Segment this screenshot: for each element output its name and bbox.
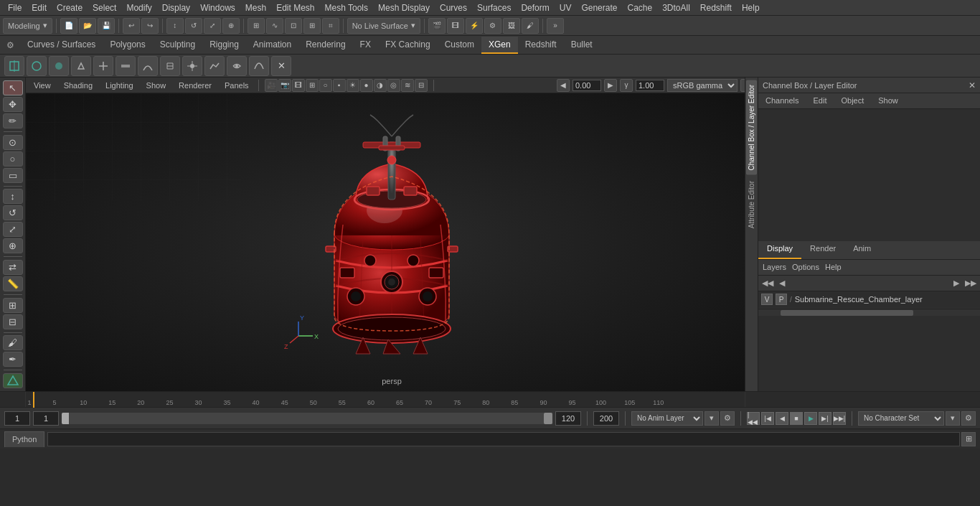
layer-p-btn[interactable]: P bbox=[776, 294, 787, 305]
menu-cache[interactable]: Cache bbox=[622, 1, 657, 14]
xgen-tool-7[interactable] bbox=[138, 56, 158, 76]
snap-grid-btn[interactable]: ⊞ bbox=[248, 18, 265, 34]
xgen-icon-btn[interactable] bbox=[3, 373, 23, 388]
vp-gamma-btn[interactable]: γ bbox=[620, 79, 633, 92]
vp-light-btn[interactable]: ☀ bbox=[347, 79, 359, 92]
xgen-tool-10[interactable] bbox=[204, 56, 225, 76]
frame-end-input[interactable] bbox=[555, 411, 581, 426]
transform-tool-btn[interactable]: ✥ bbox=[3, 97, 23, 112]
menu-generate[interactable]: Generate bbox=[576, 1, 622, 14]
xgen-tool-11[interactable] bbox=[227, 56, 247, 76]
menu-curves[interactable]: Curves bbox=[435, 1, 472, 14]
timeline-main[interactable]: 1 5 10 15 20 25 30 35 40 45 50 55 60 65 … bbox=[26, 392, 745, 407]
disp-tab-display[interactable]: Display bbox=[758, 241, 801, 259]
play-fwd-btn[interactable]: ▶ bbox=[804, 412, 817, 425]
vp-menu-show[interactable]: Show bbox=[143, 80, 170, 91]
scale-input[interactable] bbox=[636, 80, 664, 91]
menu-windows[interactable]: Windows bbox=[195, 1, 240, 14]
stop-btn[interactable]: ■ bbox=[790, 412, 803, 425]
tab-polygons[interactable]: Polygons bbox=[103, 37, 152, 54]
tab-bullet[interactable]: Bullet bbox=[564, 37, 600, 54]
menu-deform[interactable]: Deform bbox=[516, 1, 554, 14]
layers-header-help[interactable]: Help bbox=[825, 263, 842, 271]
color-space-dropdown[interactable]: sRGB gamma bbox=[667, 79, 738, 92]
timeline-playhead[interactable] bbox=[33, 392, 34, 408]
xgen-tool-12[interactable] bbox=[249, 56, 269, 76]
layers-prev-btn[interactable]: ◀◀ bbox=[761, 276, 774, 289]
workspace-dropdown[interactable]: Modeling ▾ bbox=[3, 18, 52, 34]
paint-tool-btn[interactable]: ✏ bbox=[3, 113, 23, 128]
tab-animation[interactable]: Animation bbox=[246, 37, 298, 54]
snap-view-btn[interactable]: ⊞ bbox=[303, 18, 321, 34]
vtab-attribute-editor[interactable]: Attribute Editor bbox=[746, 177, 757, 233]
menu-display[interactable]: Display bbox=[157, 1, 195, 14]
step-fwd-btn[interactable]: ▶| bbox=[819, 412, 831, 425]
soft-select-btn[interactable]: ⊙ bbox=[3, 135, 23, 150]
grid-vis-btn[interactable]: ⊟ bbox=[3, 314, 23, 329]
layers-header-options[interactable]: Options bbox=[792, 263, 819, 271]
vtab-channel-box[interactable]: Channel Box / Layer Editor bbox=[746, 80, 757, 175]
xgen-tool-1[interactable] bbox=[4, 56, 24, 76]
measure-btn[interactable]: 📏 bbox=[3, 276, 23, 291]
layer-v-btn[interactable]: V bbox=[761, 294, 773, 305]
live-surface-dropdown[interactable]: No Live Surface ▾ bbox=[347, 18, 420, 34]
layers-scrollbar[interactable] bbox=[758, 309, 980, 316]
layer-row[interactable]: V P / Submarine_Rescue_Chamber_layer bbox=[758, 291, 980, 309]
menu-uv[interactable]: UV bbox=[555, 1, 577, 14]
tab-settings-btn[interactable]: ⚙ bbox=[3, 38, 17, 52]
universal-tool-btn[interactable]: ⊕ bbox=[3, 238, 23, 253]
vp-cam-btn[interactable]: 🎥 bbox=[265, 79, 278, 92]
vp-menu-view[interactable]: View bbox=[30, 80, 55, 91]
paint-fx-btn[interactable]: 🖌 bbox=[522, 18, 539, 34]
next-key-btn[interactable]: ▶▶| bbox=[833, 412, 846, 425]
python-tab[interactable]: Python bbox=[4, 431, 44, 447]
frame-current-input[interactable] bbox=[33, 411, 59, 426]
xgen-tool-6[interactable] bbox=[116, 56, 136, 76]
tab-rigging[interactable]: Rigging bbox=[202, 37, 246, 54]
tab-rendering[interactable]: Rendering bbox=[298, 37, 352, 54]
move-btn[interactable]: ↕ bbox=[166, 18, 184, 34]
move-tool-btn[interactable]: ↕ bbox=[3, 189, 23, 204]
save-file-btn[interactable]: 💾 bbox=[98, 18, 115, 34]
range-handle-right[interactable] bbox=[544, 413, 552, 424]
menu-select[interactable]: Select bbox=[88, 1, 121, 14]
xgen-tool-2[interactable] bbox=[27, 56, 47, 76]
xgen-tool-4[interactable] bbox=[71, 56, 91, 76]
vp-wire-btn[interactable]: ⊞ bbox=[306, 79, 319, 92]
tab-custom[interactable]: Custom bbox=[438, 37, 481, 54]
play-back-btn[interactable]: ◀ bbox=[776, 412, 788, 425]
cb-tab-edit[interactable]: Edit bbox=[806, 93, 834, 108]
render-btn[interactable]: 🎬 bbox=[428, 18, 446, 34]
xgen-tool-13[interactable]: ✕ bbox=[271, 56, 291, 76]
cb-tab-object[interactable]: Object bbox=[834, 93, 871, 108]
tab-sculpting[interactable]: Sculpting bbox=[153, 37, 202, 54]
rotate-tool-btn[interactable]: ↺ bbox=[3, 205, 23, 220]
artisan-btn[interactable]: ✒ bbox=[3, 352, 23, 367]
tab-redshift[interactable]: Redshift bbox=[518, 37, 564, 54]
vp-smooth-btn[interactable]: ○ bbox=[319, 79, 332, 92]
menu-mesh-display[interactable]: Mesh Display bbox=[373, 1, 435, 14]
vp-ao-btn[interactable]: ◑ bbox=[374, 79, 387, 92]
vp-motion-blur-btn[interactable]: ≋ bbox=[401, 79, 414, 92]
layers-next-btn[interactable]: ▶▶ bbox=[964, 276, 977, 289]
tab-curves-surfaces[interactable]: Curves / Surfaces bbox=[20, 37, 103, 54]
display-render-btn[interactable]: 🖼 bbox=[503, 18, 520, 34]
layers-next2-btn[interactable]: ▶ bbox=[950, 276, 963, 289]
xgen-tool-9[interactable] bbox=[182, 56, 202, 76]
xgen-tool-5[interactable] bbox=[93, 56, 113, 76]
snap-surface-btn[interactable]: ⌗ bbox=[322, 18, 339, 34]
snap-point-btn[interactable]: ⊡ bbox=[285, 18, 302, 34]
vp-cam2-btn[interactable]: 📷 bbox=[278, 79, 291, 92]
select-tool-btn[interactable]: ↖ bbox=[3, 80, 23, 95]
character-set-dropdown[interactable]: No Character Set bbox=[858, 411, 944, 426]
menu-create[interactable]: Create bbox=[52, 1, 88, 14]
step-back-btn[interactable]: |◀ bbox=[761, 412, 774, 425]
scale-btn[interactable]: ⤢ bbox=[204, 18, 221, 34]
cb-tab-show[interactable]: Show bbox=[871, 93, 905, 108]
menu-mesh-tools[interactable]: Mesh Tools bbox=[320, 1, 373, 14]
layers-scrollbar-thumb[interactable] bbox=[781, 310, 913, 316]
tab-fx[interactable]: FX bbox=[353, 37, 378, 54]
char-set-settings[interactable]: ⚙ bbox=[961, 411, 976, 426]
transform-btn[interactable]: ⊕ bbox=[222, 18, 240, 34]
undo-btn[interactable]: ↩ bbox=[123, 18, 140, 34]
